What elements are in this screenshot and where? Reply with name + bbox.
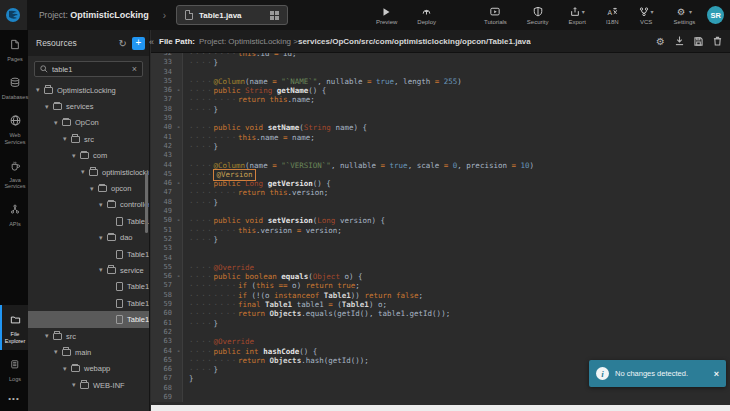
preview-label: Preview: [376, 19, 397, 25]
download-file-icon[interactable]: [675, 36, 684, 46]
gutter-space: [175, 95, 183, 104]
caret-down-icon[interactable]: ▾: [54, 119, 62, 127]
sidebar-more-button[interactable]: •••: [0, 388, 28, 411]
sidebar-item-databases[interactable]: Databases: [0, 68, 28, 106]
sidebar-item-logs[interactable]: Logs: [0, 350, 28, 388]
caret-down-icon[interactable]: ▾: [81, 168, 89, 176]
open-file-tab[interactable]: Table1.java: [176, 5, 288, 25]
folder-icon: [44, 87, 53, 94]
tree-item-optimisticlocking[interactable]: ▾optimisticlocking: [28, 164, 149, 180]
file-icon: [185, 10, 193, 20]
file-explorer-icon: [10, 311, 21, 329]
sidebar-item-apis[interactable]: APIs: [0, 195, 28, 233]
fold-marker-icon[interactable]: -: [175, 347, 183, 356]
code-line-54: 54: [151, 254, 730, 263]
caret-down-icon[interactable]: ▾: [90, 185, 98, 193]
file-tree: ▾OptimisticLocking▾services▾OpCon▾src▾co…: [28, 82, 149, 411]
add-resource-button[interactable]: +: [132, 37, 145, 50]
tree-item-label: services: [66, 102, 94, 111]
editor-settings-gear-icon[interactable]: ⚙: [656, 36, 665, 47]
caret-down-icon[interactable]: ▾: [99, 234, 107, 242]
sidebar-item-web-services[interactable]: Web Services: [0, 106, 28, 151]
delete-file-trash-icon[interactable]: [713, 36, 722, 46]
tree-item-controller[interactable]: ▾controller: [28, 197, 149, 213]
tree-item-dao[interactable]: ▾dao: [28, 230, 149, 246]
user-avatar[interactable]: SR: [707, 6, 724, 24]
caret-down-icon[interactable]: ▾: [72, 152, 80, 160]
settings-button[interactable]: ⚙▾Settings: [674, 5, 696, 25]
fold-marker-icon[interactable]: -: [175, 272, 183, 281]
tree-item-src[interactable]: ▾src: [28, 131, 149, 147]
code-line-46: 46-····public Long getVersion() {: [151, 179, 730, 188]
tree-item-table1-java[interactable]: Table1.java: [28, 311, 149, 327]
tree-item-table1dao-java[interactable]: Table1Dao.java: [28, 246, 149, 262]
preview-button[interactable]: Preview: [376, 5, 397, 25]
line-number: 50: [151, 216, 175, 225]
caret-down-icon[interactable]: ▾: [99, 201, 107, 209]
code-text: [183, 384, 189, 393]
tree-item-table1controller-java[interactable]: Table1Controller.java: [28, 213, 149, 229]
code-text: ····@Column(name = "`NAME`", nullable = …: [183, 77, 462, 86]
line-number: 66: [151, 365, 175, 374]
folder-icon: [71, 365, 80, 372]
tutorials-button[interactable]: Tutorials: [484, 5, 507, 25]
tree-item-opcon[interactable]: ▾opcon: [28, 180, 149, 196]
fold-marker-icon[interactable]: -: [175, 216, 183, 225]
sidebar-item-pages[interactable]: Pages: [0, 30, 28, 68]
caret-down-icon[interactable]: ▾: [72, 381, 80, 389]
deploy-button[interactable]: Deploy: [417, 5, 436, 25]
toast-close-icon[interactable]: ×: [714, 369, 719, 379]
caret-down-icon[interactable]: ▾: [45, 103, 53, 111]
resources-header: Resources ↻ + «: [28, 30, 149, 56]
clear-search-icon[interactable]: ×: [132, 64, 137, 74]
tree-item-table1serviceimpl-java[interactable]: Table1ServiceImpl.java: [28, 295, 149, 311]
file-icon: [116, 315, 123, 324]
gutter-space: [175, 263, 183, 272]
resource-search-input[interactable]: [52, 65, 128, 74]
refresh-icon[interactable]: ↻: [119, 38, 127, 49]
fold-marker-icon[interactable]: -: [175, 123, 183, 132]
caret-down-icon[interactable]: ▾: [99, 266, 107, 274]
caret-down-icon[interactable]: ▾: [54, 348, 62, 356]
folder-icon: [80, 152, 89, 159]
line-number: 43: [151, 151, 175, 160]
code-line-64: 64-····public int hashCode() {: [151, 347, 730, 356]
project-breadcrumb[interactable]: Project: OptimisticLocking: [39, 10, 149, 20]
caret-down-icon[interactable]: ▾: [63, 135, 71, 143]
i18n-button[interactable]: AI18N: [606, 5, 619, 25]
caret-down-icon[interactable]: ▾: [63, 365, 71, 373]
tree-item-services[interactable]: ▾services: [28, 98, 149, 114]
export-button[interactable]: ▾Export: [569, 5, 586, 25]
code-editor[interactable]: 32········this.id = id;33····}3435····@C…: [151, 53, 730, 405]
code-text: ····}: [183, 319, 218, 328]
app-logo[interactable]: [0, 0, 27, 30]
fold-marker-icon[interactable]: -: [175, 179, 183, 188]
sidebar-item-label: Logs: [9, 376, 21, 383]
tree-item-webapp[interactable]: ▾webapp: [28, 361, 149, 377]
editor-horizontal-scrollbar[interactable]: [151, 405, 730, 411]
code-text: ········return Objects.equals(getId(), t…: [183, 309, 450, 318]
tab-list-grid-icon[interactable]: [270, 11, 279, 20]
tree-item-main[interactable]: ▾main: [28, 344, 149, 360]
caret-down-icon[interactable]: ▾: [45, 332, 53, 340]
java-services-icon: [10, 157, 21, 175]
fold-marker-icon[interactable]: -: [175, 86, 183, 95]
i18n-icon: A: [607, 5, 618, 18]
tree-item-service[interactable]: ▾service: [28, 262, 149, 278]
tree-item-com[interactable]: ▾com: [28, 148, 149, 164]
tree-scrollbar[interactable]: [145, 173, 148, 233]
sidebar-item-file-explorer[interactable]: File Explorer: [0, 305, 28, 350]
tree-item-optimisticlocking[interactable]: ▾OptimisticLocking: [28, 82, 149, 98]
caret-down-icon[interactable]: ▾: [36, 86, 44, 94]
collapse-panel-icon[interactable]: «: [149, 37, 154, 47]
save-file-icon[interactable]: [694, 37, 703, 46]
line-number: 36: [151, 86, 175, 95]
tree-item-web-inf[interactable]: ▾WEB-INF: [28, 377, 149, 393]
sidebar-item-java-services[interactable]: Java Services: [0, 151, 28, 196]
deploy-label: Deploy: [417, 19, 436, 25]
tree-item-opcon[interactable]: ▾OpCon: [28, 115, 149, 131]
tree-item-table1service-java[interactable]: Table1Service.java: [28, 279, 149, 295]
tree-item-src[interactable]: ▾src: [28, 328, 149, 344]
security-button[interactable]: Security: [527, 5, 549, 25]
vcs-button[interactable]: ▾VCS: [639, 5, 654, 25]
